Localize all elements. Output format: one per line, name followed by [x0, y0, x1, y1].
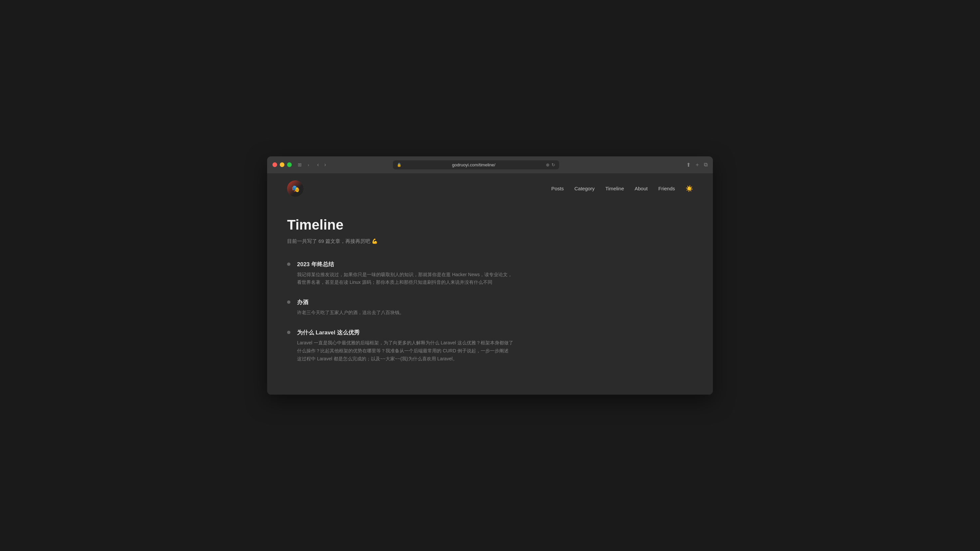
nav-category[interactable]: Category: [574, 186, 595, 191]
address-actions: ⊕ ↻: [546, 162, 555, 167]
logo-image: 🎭: [287, 180, 304, 197]
nav-posts[interactable]: Posts: [551, 186, 564, 191]
timeline-item-title[interactable]: 2023 年终总结: [297, 261, 513, 268]
browser-window: ⊞ › ‹ › 🔒 godruoyi.com/timeline/ ⊕ ↻ ⬆ ＋…: [267, 156, 713, 395]
lock-icon: 🔒: [397, 163, 401, 167]
timeline-item-excerpt: 许老三今天吃了五家人户的酒，送出去了八百块钱。: [297, 309, 513, 317]
list-item: 2023 年终总结 我记得某位推友说过，如果你只是一味的吸取别人的知识，那就算你…: [287, 261, 513, 287]
timeline-dot: [287, 301, 290, 304]
timeline-dot: [287, 263, 290, 266]
traffic-lights: [272, 162, 292, 167]
nav-timeline[interactable]: Timeline: [605, 186, 624, 191]
main-content: Timeline 目前一共写了 69 篇文章，再接再厉吧 💪 2023 年终总结…: [267, 204, 533, 395]
timeline-item-title[interactable]: 为什么 Laravel 这么优秀: [297, 329, 513, 336]
timeline-item-excerpt: Laravel 一直是我心中最优雅的后端框架，为了向更多的人解释为什么 Lara…: [297, 339, 513, 363]
timeline-dot: [287, 331, 290, 334]
timeline-item-excerpt: 我记得某位推友说过，如果你只是一味的吸取别人的知识，那就算你是在逛 Hacker…: [297, 271, 513, 287]
theme-toggle-button[interactable]: ☀️: [686, 185, 693, 192]
list-item: 为什么 Laravel 这么优秀 Laravel 一直是我心中最优雅的后端框架，…: [287, 329, 513, 363]
page-content: 🎭 Posts Category Timeline About Friends …: [267, 174, 713, 395]
browser-chrome: ⊞ › ‹ › 🔒 godruoyi.com/timeline/ ⊕ ↻ ⬆ ＋…: [267, 156, 713, 174]
page-subtitle: 目前一共写了 69 篇文章，再接再厉吧 💪: [287, 238, 513, 245]
nav-links: Posts Category Timeline About Friends ☀️: [551, 185, 693, 192]
timeline-item-title[interactable]: 办酒: [297, 298, 513, 306]
back-button[interactable]: ‹: [316, 161, 320, 168]
browser-action-buttons: ⬆ ＋ ⧉: [686, 161, 708, 168]
maximize-button[interactable]: [287, 162, 292, 167]
nav-friends[interactable]: Friends: [658, 186, 675, 191]
new-tab-button[interactable]: ＋: [695, 161, 700, 168]
timeline-item-body: 办酒 许老三今天吃了五家人户的酒，送出去了八百块钱。: [297, 298, 513, 317]
tabs-button[interactable]: ⧉: [704, 162, 708, 168]
navigation: 🎭 Posts Category Timeline About Friends …: [267, 174, 713, 204]
address-bar[interactable]: 🔒 godruoyi.com/timeline/ ⊕ ↻: [393, 160, 559, 169]
timeline-list: 2023 年终总结 我记得某位推友说过，如果你只是一味的吸取别人的知识，那就算你…: [287, 261, 513, 363]
list-item: 办酒 许老三今天吃了五家人户的酒，送出去了八百块钱。: [287, 298, 513, 317]
site-logo[interactable]: 🎭: [287, 180, 304, 197]
sidebar-toggle-button[interactable]: ⊞: [296, 161, 304, 168]
url-text: godruoyi.com/timeline/: [404, 162, 543, 167]
page-title: Timeline: [287, 217, 513, 233]
nav-about[interactable]: About: [635, 186, 648, 191]
close-button[interactable]: [272, 162, 277, 167]
refresh-button[interactable]: ↻: [552, 162, 555, 167]
translate-button[interactable]: ⊕: [546, 162, 550, 167]
forward-button[interactable]: ›: [323, 161, 327, 168]
timeline-item-body: 为什么 Laravel 这么优秀 Laravel 一直是我心中最优雅的后端框架，…: [297, 329, 513, 363]
minimize-button[interactable]: [280, 162, 285, 167]
navigation-controls: ‹ ›: [316, 161, 327, 168]
share-button[interactable]: ⬆: [686, 162, 690, 168]
timeline-item-body: 2023 年终总结 我记得某位推友说过，如果你只是一味的吸取别人的知识，那就算你…: [297, 261, 513, 287]
